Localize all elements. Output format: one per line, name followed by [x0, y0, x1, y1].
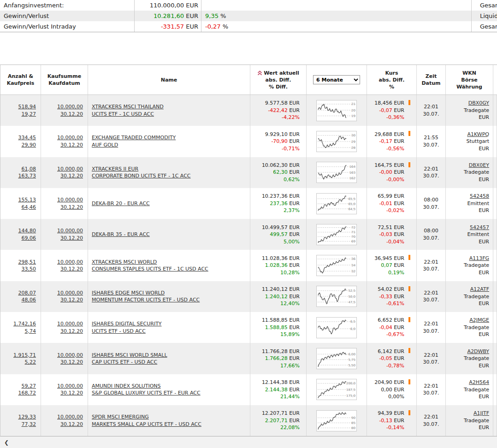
kaufpreis-link[interactable]: 64,46	[22, 204, 36, 211]
kaufpreis-link[interactable]: 163,73	[18, 172, 36, 180]
kaufsumme-link[interactable]: 10.000,00	[57, 383, 83, 390]
kaufsumme-link[interactable]: 10.000,00	[57, 227, 83, 235]
period-select[interactable]: 6 Monate	[313, 75, 360, 84]
kaufpreis-link[interactable]: 69,06	[22, 235, 36, 242]
kaufdatum-link[interactable]: 30.12.20	[60, 389, 83, 397]
svg-text:5,75: 5,75	[348, 358, 355, 362]
cell-kaufsumme-kaufdatum: 10.000,00 30.12.20	[41, 405, 88, 436]
position-name-link-line2[interactable]: CAP UCITS ETF - USD ACC	[92, 359, 157, 366]
sparkline-chart[interactable]: 200,0187,5175,0	[316, 379, 357, 400]
position-name-link[interactable]: SPDR MSCI EMERGING	[92, 413, 149, 421]
anzahl-link[interactable]: 155,13	[18, 196, 36, 204]
kaufsumme-link[interactable]: 10.000,00	[57, 259, 83, 266]
anzahl-link[interactable]: 208,07	[18, 289, 36, 297]
kaufsumme-link[interactable]: 10.000,00	[57, 289, 83, 297]
position-name-link[interactable]: EXCHANGE TRADED COMMODITY	[92, 134, 176, 141]
kaufsumme-link[interactable]: 10.000,00	[57, 165, 83, 173]
kaufpreis-link[interactable]: 168,72	[18, 389, 36, 397]
anzahl-link[interactable]: 61,08	[22, 165, 36, 173]
anzahl-link[interactable]: 1.915,71	[13, 352, 36, 359]
anzahl-link[interactable]: 334,45	[18, 134, 36, 141]
kaufsumme-link[interactable]: 10.000,00	[57, 413, 83, 421]
sparkline-chart[interactable]: 908580	[316, 410, 357, 431]
kaufdatum-link[interactable]: 30.12.20	[60, 204, 83, 211]
wkn-link[interactable]: DBX0GY	[468, 100, 489, 107]
sparkline-chart[interactable]: 65,565,064,5	[316, 193, 357, 214]
kaufpreis-link[interactable]: 48,06	[22, 296, 36, 304]
position-name-link[interactable]: XTRACKERS MSCI WORLD	[92, 259, 157, 266]
position-name-link-line2[interactable]: MOMENTUM FACTOR UCITS ETF - USD ACC	[92, 296, 200, 304]
kaufdatum-link[interactable]: 30.12.20	[60, 172, 83, 180]
anzahl-link[interactable]: 1.742,16	[13, 320, 36, 328]
position-name-link-line2[interactable]: CORPORATE BOND UCITS ETF - 1C ACC	[92, 172, 191, 180]
position-name-link[interactable]: XTRACKERS MSCI THAILAND	[92, 103, 164, 111]
wkn-link[interactable]: 542458	[470, 193, 489, 200]
kaufsumme-link[interactable]: 10.000,00	[57, 352, 83, 359]
kaufpreis-link[interactable]: 77,32	[22, 421, 36, 428]
kaufsumme-link[interactable]: 10.000,00	[57, 103, 83, 111]
anzahl-link[interactable]: 518,94	[18, 103, 36, 111]
position-name-link[interactable]: XTRACKERS II EUR	[92, 165, 138, 173]
header-name: Name	[88, 65, 250, 94]
position-name-link-line2[interactable]: MARKETS SMALL CAP UCITS ETF - USD ACC	[92, 421, 201, 428]
wkn-link[interactable]: DBX0EY	[469, 162, 489, 169]
wkn-link[interactable]: A2H564	[469, 379, 489, 386]
sparkline-chart[interactable]: 6,005,755,50	[316, 348, 357, 369]
kaufdatum-link[interactable]: 30.12.20	[60, 141, 83, 149]
kaufsumme-link[interactable]: 10.000,00	[57, 320, 83, 328]
horizontal-scrollbar[interactable]: ❮	[0, 436, 497, 448]
wkn-link[interactable]: 542457	[470, 224, 489, 231]
kaufdatum-link[interactable]: 30.12.20	[60, 111, 83, 118]
kaufdatum-link[interactable]: 30.12.20	[60, 265, 83, 273]
position-name-link[interactable]: DEKA-BR 20 - EUR ACC	[92, 200, 150, 207]
wkn-link[interactable]: A1KWPQ	[467, 131, 489, 138]
anzahl-link[interactable]: 144,80	[18, 227, 36, 235]
sparkline-chart[interactable]: 72717069	[316, 224, 357, 245]
kaufpreis-link[interactable]: 29,90	[22, 141, 36, 149]
wkn-link[interactable]: A2JMGE	[469, 317, 489, 324]
anzahl-link[interactable]: 59,27	[22, 383, 36, 390]
position-name-link[interactable]: DEKA-BR 35 - EUR ACC	[92, 231, 150, 238]
cell-wert-aktuell: 12.207,71 EUR 2.207,71 EUR 22,08%	[250, 405, 307, 436]
kaufdatum-link[interactable]: 30.12.20	[60, 359, 83, 366]
kaufdatum-link[interactable]: 30.12.20	[60, 296, 83, 304]
kaufsumme-link[interactable]: 10.000,00	[57, 134, 83, 141]
position-row: 61,08 163,73 10.000,00 30.12.20 XTRACKER…	[0, 157, 497, 188]
kaufdatum-link[interactable]: 30.12.20	[60, 328, 83, 335]
kaufpreis-link[interactable]: 33,50	[22, 265, 36, 273]
anzahl-link[interactable]: 129,33	[18, 413, 36, 421]
sparkline-chart[interactable]: 52,550,047,5	[316, 286, 357, 307]
sparkline-chart[interactable]: 164163162	[316, 162, 357, 183]
anzahl-link[interactable]: 298,51	[18, 259, 36, 266]
position-name-link-line2[interactable]: CONSUMER STAPLES UCITS ETF - 1C USD ACC	[92, 265, 208, 273]
realtime-indicator	[408, 410, 410, 415]
sparkline-chart[interactable]: 212019	[316, 100, 357, 121]
summary-value: 10.281,60 EUR	[135, 11, 201, 21]
kaufdatum-link[interactable]: 30.12.20	[60, 421, 83, 428]
sort-ascending-icon[interactable]	[257, 71, 262, 76]
kaufpreis-link[interactable]: 5,22	[25, 359, 36, 366]
position-name-link[interactable]: ISHARES EDGE MSCI WORLD	[92, 289, 165, 297]
exchange-name: Tradegate	[464, 169, 489, 176]
position-name-link[interactable]: ISHARES MSCI WORLD SMALL	[92, 352, 167, 359]
position-name-link-line2[interactable]: UCITS ETF - USD ACC	[92, 328, 146, 335]
kaufdatum-link[interactable]: 30.12.20	[60, 235, 83, 242]
kaufsumme-link[interactable]: 10.000,00	[57, 196, 83, 204]
kaufpreis-link[interactable]: 19,27	[22, 111, 36, 118]
position-name-link-line2[interactable]: UCITS ETF - 1C USD ACC	[92, 111, 154, 118]
position-name-link-line2[interactable]: AUF GOLD	[92, 141, 118, 149]
scroll-left-arrow[interactable]: ❮	[4, 439, 9, 446]
position-name-link-line2[interactable]: S&P GLOBAL LUXURY UCITS ETF - EUR ACC	[92, 389, 201, 397]
wkn-link[interactable]: A1JJTF	[473, 410, 489, 417]
position-name-link[interactable]: AMUNDI INDEX SOLUTIONS	[92, 383, 161, 390]
wkn-link[interactable]: A2DWBY	[467, 348, 489, 355]
exchange-name: Stuttgart	[467, 138, 489, 145]
sparkline-chart[interactable]: 302928	[316, 131, 357, 152]
sparkline-chart[interactable]: 6,56,0	[316, 317, 357, 338]
wert-aktuell-value: 11.588,85 EUR	[262, 317, 300, 324]
wkn-link[interactable]: A12ATF	[470, 286, 489, 293]
kaufpreis-link[interactable]: 5,74	[25, 328, 36, 335]
wkn-link[interactable]: A113FG	[469, 255, 489, 262]
sparkline-chart[interactable]: 363432	[316, 255, 357, 276]
position-name-link[interactable]: ISHARES DIGITAL SECURITY	[92, 320, 162, 328]
